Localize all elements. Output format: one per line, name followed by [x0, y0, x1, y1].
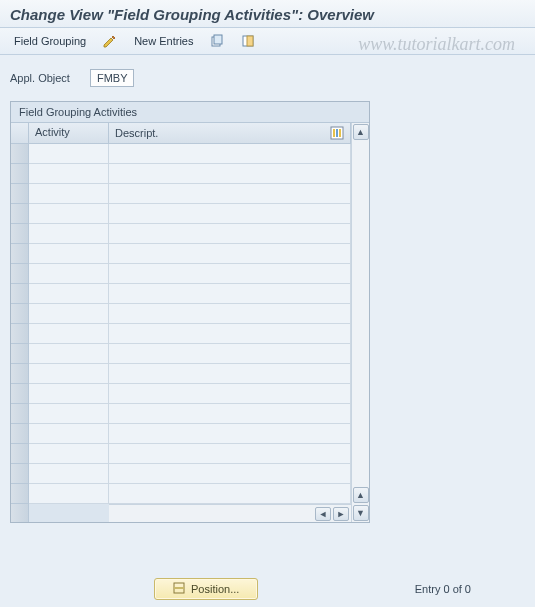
- cell-descript[interactable]: [109, 444, 351, 464]
- grid-header: Activity Descript.: [11, 123, 351, 144]
- table-row[interactable]: [11, 364, 351, 384]
- table-row[interactable]: [11, 344, 351, 364]
- table-row[interactable]: [11, 284, 351, 304]
- scroll-right-button[interactable]: ►: [333, 507, 349, 521]
- grid-header-select[interactable]: [11, 123, 29, 144]
- row-selector[interactable]: [11, 464, 29, 484]
- row-selector[interactable]: [11, 404, 29, 424]
- appl-object-value: FMBY: [90, 69, 135, 87]
- cell-activity[interactable]: [29, 284, 109, 304]
- copy-icon[interactable]: [205, 32, 229, 50]
- cell-descript[interactable]: [109, 204, 351, 224]
- table-row[interactable]: [11, 384, 351, 404]
- cell-activity[interactable]: [29, 324, 109, 344]
- table-row[interactable]: [11, 424, 351, 444]
- cell-activity[interactable]: [29, 444, 109, 464]
- table-row[interactable]: [11, 404, 351, 424]
- cell-descript[interactable]: [109, 264, 351, 284]
- scroll-left-button[interactable]: ◄: [315, 507, 331, 521]
- cell-activity[interactable]: [29, 264, 109, 284]
- cell-descript[interactable]: [109, 464, 351, 484]
- row-selector[interactable]: [11, 264, 29, 284]
- table-row[interactable]: [11, 184, 351, 204]
- horizontal-scrollbar: ◄ ►: [11, 504, 351, 522]
- edit-icon[interactable]: [98, 32, 122, 50]
- delimit-icon[interactable]: [237, 32, 261, 50]
- grid-header-descript[interactable]: Descript.: [109, 123, 351, 144]
- cell-descript[interactable]: [109, 304, 351, 324]
- grid: Activity Descript. ◄ ►: [11, 123, 351, 522]
- footer: Position... Entry 0 of 0: [0, 578, 535, 600]
- position-icon: [173, 582, 185, 596]
- cell-descript[interactable]: [109, 404, 351, 424]
- svg-rect-1: [214, 35, 222, 44]
- cell-activity[interactable]: [29, 384, 109, 404]
- scroll-down-button[interactable]: ▼: [353, 505, 369, 521]
- table-row[interactable]: [11, 324, 351, 344]
- cell-descript[interactable]: [109, 364, 351, 384]
- row-selector[interactable]: [11, 444, 29, 464]
- cell-descript[interactable]: [109, 324, 351, 344]
- row-selector[interactable]: [11, 424, 29, 444]
- cell-activity[interactable]: [29, 184, 109, 204]
- row-selector[interactable]: [11, 144, 29, 164]
- cell-activity[interactable]: [29, 464, 109, 484]
- cell-activity[interactable]: [29, 484, 109, 504]
- row-selector[interactable]: [11, 284, 29, 304]
- cell-descript[interactable]: [109, 484, 351, 504]
- cell-activity[interactable]: [29, 144, 109, 164]
- row-selector[interactable]: [11, 244, 29, 264]
- table-row[interactable]: [11, 484, 351, 504]
- cell-activity[interactable]: [29, 204, 109, 224]
- cell-descript[interactable]: [109, 384, 351, 404]
- row-selector[interactable]: [11, 384, 29, 404]
- table-row[interactable]: [11, 264, 351, 284]
- row-selector[interactable]: [11, 164, 29, 184]
- cell-descript[interactable]: [109, 184, 351, 204]
- row-selector[interactable]: [11, 484, 29, 504]
- cell-descript[interactable]: [109, 144, 351, 164]
- table-row[interactable]: [11, 244, 351, 264]
- table-row[interactable]: [11, 164, 351, 184]
- table-row[interactable]: [11, 464, 351, 484]
- cell-activity[interactable]: [29, 364, 109, 384]
- row-selector[interactable]: [11, 304, 29, 324]
- cell-descript[interactable]: [109, 424, 351, 444]
- new-entries-button[interactable]: New Entries: [130, 33, 197, 49]
- cell-activity[interactable]: [29, 304, 109, 324]
- cell-descript[interactable]: [109, 284, 351, 304]
- row-selector[interactable]: [11, 364, 29, 384]
- header-bar: Change View "Field Grouping Activities":…: [0, 0, 535, 28]
- table-row[interactable]: [11, 144, 351, 164]
- scroll-up-button[interactable]: ▲: [353, 124, 369, 140]
- row-selector[interactable]: [11, 324, 29, 344]
- cell-descript[interactable]: [109, 244, 351, 264]
- cell-descript[interactable]: [109, 164, 351, 184]
- scroll-page-up-button[interactable]: ▲: [353, 487, 369, 503]
- grid-header-activity[interactable]: Activity: [29, 123, 109, 144]
- cell-activity[interactable]: [29, 404, 109, 424]
- row-selector[interactable]: [11, 184, 29, 204]
- appl-object-label: Appl. Object: [10, 72, 70, 84]
- cell-activity[interactable]: [29, 244, 109, 264]
- field-grouping-button[interactable]: Field Grouping: [10, 33, 90, 49]
- cell-activity[interactable]: [29, 164, 109, 184]
- field-grouping-panel: Field Grouping Activities Activity Descr…: [10, 101, 370, 523]
- position-label: Position...: [191, 583, 239, 595]
- table-row[interactable]: [11, 444, 351, 464]
- position-button[interactable]: Position...: [154, 578, 258, 600]
- svg-rect-9: [174, 587, 184, 589]
- configure-columns-icon[interactable]: [330, 126, 344, 140]
- table-row[interactable]: [11, 204, 351, 224]
- content-area: Appl. Object FMBY Field Grouping Activit…: [0, 55, 535, 607]
- cell-descript[interactable]: [109, 344, 351, 364]
- cell-activity[interactable]: [29, 224, 109, 244]
- cell-descript[interactable]: [109, 224, 351, 244]
- table-row[interactable]: [11, 224, 351, 244]
- row-selector[interactable]: [11, 224, 29, 244]
- cell-activity[interactable]: [29, 344, 109, 364]
- table-row[interactable]: [11, 304, 351, 324]
- row-selector[interactable]: [11, 204, 29, 224]
- cell-activity[interactable]: [29, 424, 109, 444]
- row-selector[interactable]: [11, 344, 29, 364]
